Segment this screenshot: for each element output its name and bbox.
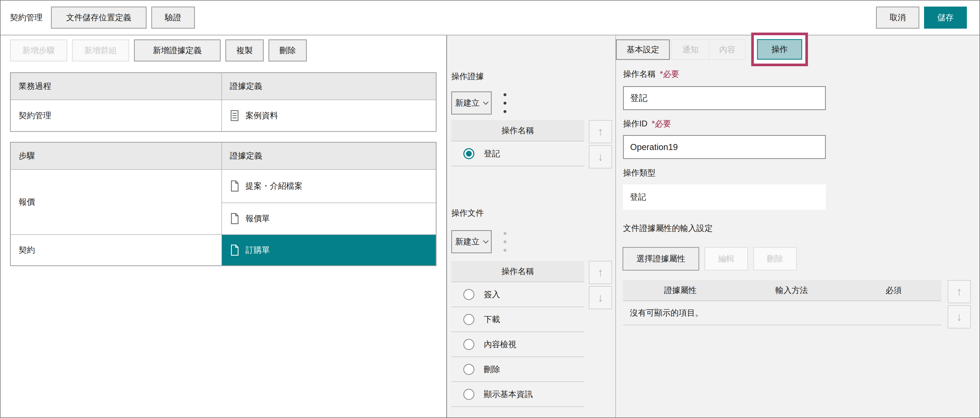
table-header-row: 業務過程 證據定義 <box>11 73 436 100</box>
detail-tabs: 基本設定 通知 內容 操作 <box>616 40 746 60</box>
evidence-label: 報價單 <box>246 213 270 224</box>
column-header-step: 步驟 <box>11 142 222 169</box>
operation-type-value: 登記 <box>623 184 826 210</box>
list-item[interactable]: 下載 <box>451 307 584 332</box>
main-area: 新增步驟 新增群組 新增證據定義 複製 刪除 業務過程 證據定義 契約管理 <box>0 35 980 418</box>
column-header-input-method: 輸入方法 <box>738 285 846 296</box>
tab-content[interactable]: 內容 <box>709 40 746 60</box>
tab-notification[interactable]: 通知 <box>671 40 710 60</box>
evidence-new-dropdown[interactable]: 新建立 <box>451 91 492 115</box>
document-move-up-button[interactable]: ↑ <box>589 261 612 284</box>
operation-type-label: 操作類型 <box>623 168 655 179</box>
down-arrow-icon: ↓ <box>598 291 603 304</box>
kebab-dot <box>504 93 506 96</box>
list-item[interactable]: 登記 <box>451 141 584 166</box>
validate-button[interactable]: 驗證 <box>151 6 195 29</box>
save-button[interactable]: 儲存 <box>924 6 967 29</box>
add-step-button[interactable]: 新增步驟 <box>10 40 67 61</box>
kebab-dot <box>504 240 506 243</box>
evidence-move-down-button[interactable]: ↓ <box>589 145 612 168</box>
chevron-down-icon <box>483 238 488 243</box>
evidence-cell[interactable]: 案例資料 <box>222 100 436 132</box>
kebab-dot <box>504 232 506 235</box>
business-process-table: 業務過程 證據定義 契約管理 案例資料 <box>10 72 436 132</box>
radio-unselected[interactable] <box>463 289 474 300</box>
definition-toolbar: 新增步驟 新增群組 新增證據定義 複製 刪除 <box>10 40 307 61</box>
operation-id-input[interactable] <box>623 135 826 159</box>
list-item[interactable]: 簽入 <box>451 282 584 307</box>
step-cell[interactable]: 契約 <box>11 235 222 266</box>
page-title: 契約管理 <box>10 12 43 23</box>
radio-unselected[interactable] <box>463 364 474 375</box>
evidence-cell-selected[interactable]: 訂購單 <box>222 235 436 266</box>
tab-operation-active[interactable]: 操作 <box>757 39 802 60</box>
operation-evidence-list: 操作名稱 登記 <box>451 120 584 166</box>
operation-id-label: 操作ID*必要 <box>623 118 671 129</box>
delete-attribute-button[interactable]: 刪除 <box>753 247 797 271</box>
operation-document-list: 操作名稱 簽入 下載 內容檢視 刪除 <box>451 261 584 407</box>
step-cell[interactable]: 報價 <box>11 169 222 235</box>
up-arrow-icon: ↑ <box>598 125 603 138</box>
case-data-icon <box>230 110 239 121</box>
copy-button[interactable]: 複製 <box>225 40 264 61</box>
evidence-cell[interactable]: 提案・介紹檔案 <box>222 169 436 203</box>
table-header-row: 步驟 證據定義 <box>11 142 436 169</box>
attribute-move-up-button[interactable]: ↑ <box>948 280 971 303</box>
tab-basic-settings[interactable]: 基本設定 <box>616 40 670 60</box>
contract-management-window: 契約管理 文件儲存位置定義 驗證 取消 儲存 新增步驟 新增群組 新增證據定義 … <box>0 0 980 418</box>
operation-list-panel: 操作證據 新建立 操作名稱 登記 ↑ ↓ 操作文件 新建立 <box>447 35 616 418</box>
up-arrow-icon: ↑ <box>598 266 603 279</box>
add-group-button[interactable]: 新增群組 <box>72 40 129 61</box>
doc-storage-location-button[interactable]: 文件儲存位置定義 <box>51 6 146 29</box>
document-new-dropdown[interactable]: 新建立 <box>451 230 492 253</box>
evidence-label: 提案・介紹檔案 <box>246 180 302 191</box>
operation-document-label: 操作文件 <box>451 207 484 219</box>
column-header-attribute: 證據屬性 <box>623 285 738 296</box>
delete-button[interactable]: 刪除 <box>269 40 307 61</box>
list-item-label: 下載 <box>484 314 500 325</box>
list-item[interactable]: 內容檢視 <box>451 332 584 357</box>
evidence-more-menu-button[interactable] <box>500 91 510 115</box>
operation-name-label: 操作名稱*必要 <box>623 69 679 80</box>
radio-dot <box>466 151 472 156</box>
label-text: 操作ID <box>623 119 648 128</box>
radio-unselected[interactable] <box>463 389 474 400</box>
required-badge: *必要 <box>660 69 679 78</box>
label-text: 操作名稱 <box>623 69 655 78</box>
table-row[interactable]: 契約管理 案例資料 <box>11 100 436 132</box>
list-item[interactable]: 顯示基本資訊 <box>451 382 584 407</box>
radio-selected[interactable] <box>463 148 474 159</box>
operation-name-input[interactable] <box>623 86 826 110</box>
list-item[interactable]: 刪除 <box>451 357 584 382</box>
radio-unselected[interactable] <box>463 314 474 325</box>
attribute-toolbar: 選擇證據屬性 編輯 刪除 <box>622 247 797 271</box>
step-table: 步驟 證據定義 報價 提案・介紹檔案 <box>10 142 436 266</box>
cancel-button[interactable]: 取消 <box>876 6 920 29</box>
document-move-down-button[interactable]: ↓ <box>589 286 612 309</box>
operation-detail-panel: 基本設定 通知 內容 操作 操作名稱*必要 操作ID*必要 操作類型 登記 文件… <box>616 35 980 418</box>
definition-panel: 新增步驟 新增群組 新增證據定義 複製 刪除 業務過程 證據定義 契約管理 <box>0 35 447 418</box>
highlight-annotation-box: 操作 <box>751 33 808 66</box>
edit-button[interactable]: 編輯 <box>705 247 748 271</box>
evidence-label: 訂購單 <box>246 245 270 255</box>
list-item-label: 顯示基本資訊 <box>484 389 533 400</box>
kebab-dot <box>504 249 506 252</box>
document-icon <box>230 244 239 256</box>
down-arrow-icon: ↓ <box>956 310 962 324</box>
radio-unselected[interactable] <box>463 339 474 350</box>
up-arrow-icon: ↑ <box>956 285 962 298</box>
evidence-move-up-button[interactable]: ↑ <box>589 120 612 143</box>
column-header-process: 業務過程 <box>11 73 222 100</box>
table-row[interactable]: 契約 訂購單 <box>11 235 436 266</box>
add-evidence-definition-button[interactable]: 新增證據定義 <box>134 40 221 61</box>
process-cell[interactable]: 契約管理 <box>11 100 222 132</box>
kebab-dot <box>504 110 506 113</box>
select-evidence-attribute-button[interactable]: 選擇證據屬性 <box>622 247 699 271</box>
empty-table-message: 沒有可顯示的項目。 <box>623 301 942 325</box>
document-more-menu-button[interactable] <box>500 230 510 253</box>
evidence-cell[interactable]: 報價單 <box>222 203 436 235</box>
table-row[interactable]: 報價 提案・介紹檔案 <box>11 169 436 203</box>
document-icon <box>230 180 239 192</box>
evidence-label: 案例資料 <box>246 110 278 121</box>
attribute-move-down-button[interactable]: ↓ <box>948 305 971 329</box>
